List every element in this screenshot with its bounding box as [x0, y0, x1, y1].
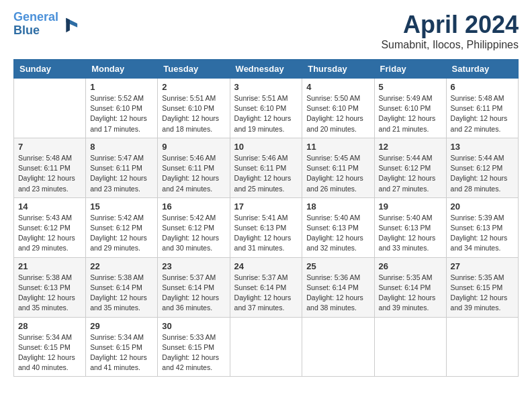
calendar-cell: 19Sunrise: 5:40 AM Sunset: 6:13 PM Dayli…: [374, 197, 446, 257]
day-number: 12: [379, 142, 442, 152]
header-day-wednesday: Wednesday: [230, 60, 302, 79]
day-info: Sunrise: 5:42 AM Sunset: 6:12 PM Dayligh…: [162, 213, 225, 254]
calendar-header-row: SundayMondayTuesdayWednesdayThursdayFrid…: [14, 60, 519, 79]
day-info: Sunrise: 5:50 AM Sunset: 6:10 PM Dayligh…: [306, 93, 369, 134]
day-info: Sunrise: 5:47 AM Sunset: 6:11 PM Dayligh…: [90, 153, 153, 194]
calendar-cell: 24Sunrise: 5:37 AM Sunset: 6:14 PM Dayli…: [230, 257, 302, 317]
day-info: Sunrise: 5:39 AM Sunset: 6:13 PM Dayligh…: [451, 213, 514, 254]
day-number: 19: [379, 201, 442, 212]
header-day-friday: Friday: [374, 60, 446, 79]
calendar-cell: [374, 317, 446, 377]
day-info: Sunrise: 5:51 AM Sunset: 6:10 PM Dayligh…: [234, 93, 298, 134]
day-number: 16: [162, 201, 225, 212]
day-info: Sunrise: 5:46 AM Sunset: 6:11 PM Dayligh…: [162, 153, 225, 194]
calendar-cell: 15Sunrise: 5:42 AM Sunset: 6:12 PM Dayli…: [86, 197, 158, 257]
day-number: 22: [90, 261, 153, 271]
day-number: 23: [162, 261, 225, 271]
day-info: Sunrise: 5:38 AM Sunset: 6:13 PM Dayligh…: [18, 273, 81, 314]
day-info: Sunrise: 5:34 AM Sunset: 6:15 PM Dayligh…: [90, 332, 153, 373]
day-number: 30: [162, 321, 225, 331]
day-info: Sunrise: 5:48 AM Sunset: 6:11 PM Dayligh…: [18, 153, 81, 194]
day-info: Sunrise: 5:44 AM Sunset: 6:12 PM Dayligh…: [451, 153, 514, 194]
calendar-cell: 5Sunrise: 5:49 AM Sunset: 6:10 PM Daylig…: [374, 79, 446, 138]
day-info: Sunrise: 5:37 AM Sunset: 6:14 PM Dayligh…: [162, 273, 225, 314]
calendar-cell: [446, 317, 518, 377]
day-number: 17: [234, 201, 298, 212]
day-info: Sunrise: 5:33 AM Sunset: 6:15 PM Dayligh…: [162, 332, 225, 373]
day-number: 11: [306, 142, 369, 152]
day-number: 8: [90, 142, 153, 152]
day-info: Sunrise: 5:46 AM Sunset: 6:11 PM Dayligh…: [234, 153, 298, 194]
header-day-sunday: Sunday: [14, 60, 86, 79]
calendar-week-row: 28Sunrise: 5:34 AM Sunset: 6:15 PM Dayli…: [14, 317, 519, 377]
calendar-cell: 6Sunrise: 5:48 AM Sunset: 6:11 PM Daylig…: [446, 79, 518, 138]
day-number: 26: [379, 261, 442, 271]
day-number: 3: [234, 82, 298, 92]
calendar-cell: 21Sunrise: 5:38 AM Sunset: 6:13 PM Dayli…: [14, 257, 86, 317]
calendar-cell: 2Sunrise: 5:51 AM Sunset: 6:10 PM Daylig…: [158, 79, 230, 138]
calendar-cell: 7Sunrise: 5:48 AM Sunset: 6:11 PM Daylig…: [14, 138, 86, 197]
day-number: 13: [451, 142, 514, 152]
header-day-thursday: Thursday: [302, 60, 374, 79]
header-day-tuesday: Tuesday: [158, 60, 230, 79]
header: GeneralBlue April 2024 Sumabnit, Ilocos,…: [13, 11, 519, 51]
calendar-cell: 8Sunrise: 5:47 AM Sunset: 6:11 PM Daylig…: [86, 138, 158, 197]
day-number: 20: [451, 201, 514, 212]
day-info: Sunrise: 5:38 AM Sunset: 6:14 PM Dayligh…: [90, 273, 153, 314]
title-area: April 2024 Sumabnit, Ilocos, Philippines: [381, 11, 519, 51]
day-number: 27: [451, 261, 514, 271]
day-info: Sunrise: 5:35 AM Sunset: 6:14 PM Dayligh…: [379, 273, 442, 314]
day-number: 1: [90, 82, 153, 92]
calendar-cell: 9Sunrise: 5:46 AM Sunset: 6:11 PM Daylig…: [158, 138, 230, 197]
logo-icon: [60, 15, 79, 34]
svg-marker-1: [66, 17, 70, 32]
day-number: 24: [234, 261, 298, 271]
calendar-week-row: 21Sunrise: 5:38 AM Sunset: 6:13 PM Dayli…: [14, 257, 519, 317]
calendar-cell: 23Sunrise: 5:37 AM Sunset: 6:14 PM Dayli…: [158, 257, 230, 317]
location-title: Sumabnit, Ilocos, Philippines: [381, 39, 519, 51]
calendar-cell: 25Sunrise: 5:36 AM Sunset: 6:14 PM Dayli…: [302, 257, 374, 317]
day-info: Sunrise: 5:40 AM Sunset: 6:13 PM Dayligh…: [306, 213, 369, 254]
day-info: Sunrise: 5:41 AM Sunset: 6:13 PM Dayligh…: [234, 213, 298, 254]
calendar-cell: 17Sunrise: 5:41 AM Sunset: 6:13 PM Dayli…: [230, 197, 302, 257]
day-number: 10: [234, 142, 298, 152]
logo-text: GeneralBlue: [13, 11, 58, 38]
day-number: 9: [162, 142, 225, 152]
day-info: Sunrise: 5:44 AM Sunset: 6:12 PM Dayligh…: [379, 153, 442, 194]
day-number: 14: [18, 201, 81, 212]
day-number: 21: [18, 261, 81, 271]
calendar-cell: 29Sunrise: 5:34 AM Sunset: 6:15 PM Dayli…: [86, 317, 158, 377]
day-number: 5: [379, 82, 442, 92]
day-info: Sunrise: 5:48 AM Sunset: 6:11 PM Dayligh…: [451, 93, 514, 134]
calendar-cell: [14, 79, 86, 138]
calendar-table: SundayMondayTuesdayWednesdayThursdayFrid…: [13, 59, 519, 377]
calendar-cell: 11Sunrise: 5:45 AM Sunset: 6:11 PM Dayli…: [302, 138, 374, 197]
logo: GeneralBlue: [13, 11, 79, 38]
calendar-cell: [230, 317, 302, 377]
day-number: 2: [162, 82, 225, 92]
day-info: Sunrise: 5:51 AM Sunset: 6:10 PM Dayligh…: [162, 93, 225, 134]
calendar-cell: 18Sunrise: 5:40 AM Sunset: 6:13 PM Dayli…: [302, 197, 374, 257]
day-info: Sunrise: 5:43 AM Sunset: 6:12 PM Dayligh…: [18, 213, 81, 254]
calendar-cell: 20Sunrise: 5:39 AM Sunset: 6:13 PM Dayli…: [446, 197, 518, 257]
day-number: 25: [306, 261, 369, 271]
day-info: Sunrise: 5:52 AM Sunset: 6:10 PM Dayligh…: [90, 93, 153, 134]
day-number: 7: [18, 142, 81, 152]
calendar-cell: 14Sunrise: 5:43 AM Sunset: 6:12 PM Dayli…: [14, 197, 86, 257]
calendar-cell: [302, 317, 374, 377]
day-number: 18: [306, 201, 369, 212]
calendar-cell: 10Sunrise: 5:46 AM Sunset: 6:11 PM Dayli…: [230, 138, 302, 197]
day-number: 4: [306, 82, 369, 92]
day-number: 6: [451, 82, 514, 92]
calendar-cell: 16Sunrise: 5:42 AM Sunset: 6:12 PM Dayli…: [158, 197, 230, 257]
calendar-cell: 28Sunrise: 5:34 AM Sunset: 6:15 PM Dayli…: [14, 317, 86, 377]
day-info: Sunrise: 5:40 AM Sunset: 6:13 PM Dayligh…: [379, 213, 442, 254]
calendar-cell: 12Sunrise: 5:44 AM Sunset: 6:12 PM Dayli…: [374, 138, 446, 197]
day-info: Sunrise: 5:34 AM Sunset: 6:15 PM Dayligh…: [18, 332, 81, 373]
day-number: 15: [90, 201, 153, 212]
day-info: Sunrise: 5:36 AM Sunset: 6:14 PM Dayligh…: [306, 273, 369, 314]
day-number: 28: [18, 321, 81, 331]
calendar-cell: 4Sunrise: 5:50 AM Sunset: 6:10 PM Daylig…: [302, 79, 374, 138]
header-day-monday: Monday: [86, 60, 158, 79]
calendar-cell: 1Sunrise: 5:52 AM Sunset: 6:10 PM Daylig…: [86, 79, 158, 138]
